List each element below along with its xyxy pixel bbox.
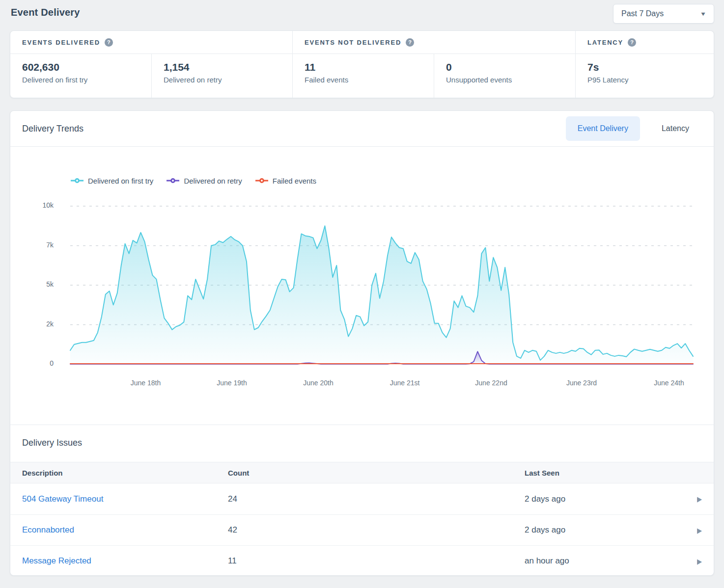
issue-link[interactable]: Econnaborted [22,525,74,535]
delivery-trends-card: Delivery Trends Event Delivery Latency D… [10,110,714,576]
help-icon[interactable]: ? [105,38,113,47]
y-axis: 02k5k7k10k [10,206,59,364]
chart-section: Delivered on first try Delivered on retr… [10,174,714,425]
legend-label: Delivered on first try [88,177,153,185]
chevron-down-icon: ▼ [700,11,707,17]
stats-group-latency: LATENCY ? [575,31,714,53]
stats-header-row: EVENTS DELIVERED ? EVENTS NOT DELIVERED … [10,31,714,54]
stat-label: Delivered on retry [164,76,280,84]
page-title: Event Delivery [11,7,80,18]
tab-latency[interactable]: Latency [650,116,701,141]
chart-legend: Delivered on first try Delivered on retr… [70,174,690,187]
stat-value: 7s [587,61,702,73]
stats-summary-card: EVENTS DELIVERED ? EVENTS NOT DELIVERED … [10,30,714,98]
issue-link[interactable]: 504 Gateway Timeout [22,494,103,504]
stats-group-label: LATENCY [587,39,623,46]
time-range-value: Past 7 Days [621,9,664,18]
trends-header: Delivery Trends Event Delivery Latency [10,111,714,147]
y-axis-label: 7k [10,241,54,249]
column-header-description: Description [22,469,228,477]
issues-title: Delivery Issues [10,436,714,450]
x-axis-label: June 20th [303,379,334,387]
issue-count: 42 [228,525,525,535]
issues-table: Description Count Last Seen 504 Gateway … [10,462,714,576]
stat-value: 602,630 [22,61,139,73]
issue-last-seen: an hour ago [525,556,678,566]
stat-value: 1,154 [164,61,280,73]
issue-last-seen: 2 days ago [525,494,678,504]
legend-marker-icon [166,178,180,184]
y-axis-label: 0 [10,359,54,367]
stat-label: Failed events [305,76,422,84]
y-axis-label: 2k [10,320,54,328]
chevron-right-icon[interactable]: ▶ [697,526,702,534]
issue-count: 11 [228,556,525,566]
issue-count: 24 [228,494,525,504]
stat-value: 11 [305,61,422,73]
time-range-select[interactable]: Past 7 Days ▼ [613,4,714,24]
table-header-row: Description Count Last Seen [10,462,714,483]
delivery-issues-section: Delivery Issues Description Count Last S… [10,425,714,576]
legend-label: Failed events [273,177,316,185]
stat-delivered-retry: 1,154 Delivered on retry [151,54,292,98]
legend-label: Delivered on retry [184,177,242,185]
stat-unsupported-events: 0 Unsupported events [434,54,575,98]
stat-value: 0 [446,61,563,73]
table-row[interactable]: Econnaborted 42 2 days ago ▶ [10,514,714,545]
table-row[interactable]: 504 Gateway Timeout 24 2 days ago ▶ [10,483,714,514]
x-axis-label: June 22nd [475,379,507,387]
legend-item-delivered-retry[interactable]: Delivered on retry [166,177,242,185]
column-header-count: Count [228,469,525,477]
stat-label: Delivered on first try [22,76,139,84]
legend-marker-icon [70,178,84,184]
help-icon[interactable]: ? [628,38,636,47]
trends-title: Delivery Trends [22,124,84,134]
chevron-right-icon[interactable]: ▶ [697,495,702,503]
stats-value-row: 602,630 Delivered on first try 1,154 Del… [10,54,714,98]
x-axis-label: June 18th [131,379,161,387]
legend-marker-icon [255,178,269,184]
stats-group-events-not-delivered: EVENTS NOT DELIVERED ? [292,31,575,53]
page-header: Event Delivery Past 7 Days ▼ [10,0,714,30]
x-axis: June 18thJune 19thJune 20thJune 21stJune… [70,379,693,389]
x-axis-label: June 19th [217,379,247,387]
stats-group-label: EVENTS NOT DELIVERED [305,39,401,46]
stat-p95-latency: 7s P95 Latency [575,54,714,98]
issue-link[interactable]: Message Rejected [22,556,91,565]
x-axis-label: June 21st [390,379,420,387]
tab-event-delivery[interactable]: Event Delivery [566,116,640,141]
help-icon[interactable]: ? [406,38,414,47]
legend-item-failed-events[interactable]: Failed events [255,177,316,185]
column-header-last-seen: Last Seen [525,469,678,477]
stat-label: Unsupported events [446,76,563,84]
x-axis-label: June 23rd [566,379,597,387]
issue-last-seen: 2 days ago [525,525,678,535]
stat-label: P95 Latency [587,76,702,84]
stat-delivered-first-try: 602,630 Delivered on first try [10,54,151,98]
stat-failed-events: 11 Failed events [292,54,434,98]
chart-canvas [70,206,693,364]
chevron-right-icon[interactable]: ▶ [697,557,702,565]
y-axis-label: 10k [10,201,54,209]
stats-group-events-delivered: EVENTS DELIVERED ? [10,31,292,53]
delivery-trends-chart[interactable]: 02k5k7k10k June 18thJune 19thJune 20thJu… [70,206,693,364]
x-axis-label: June 24th [654,379,684,387]
legend-item-delivered-first-try[interactable]: Delivered on first try [70,177,153,185]
event-delivery-page: Event Delivery Past 7 Days ▼ EVENTS DELI… [0,0,724,576]
y-axis-label: 5k [10,280,54,288]
table-row[interactable]: Message Rejected 11 an hour ago ▶ [10,545,714,576]
stats-group-label: EVENTS DELIVERED [22,39,100,46]
trends-tabs: Event Delivery Latency [566,116,701,141]
